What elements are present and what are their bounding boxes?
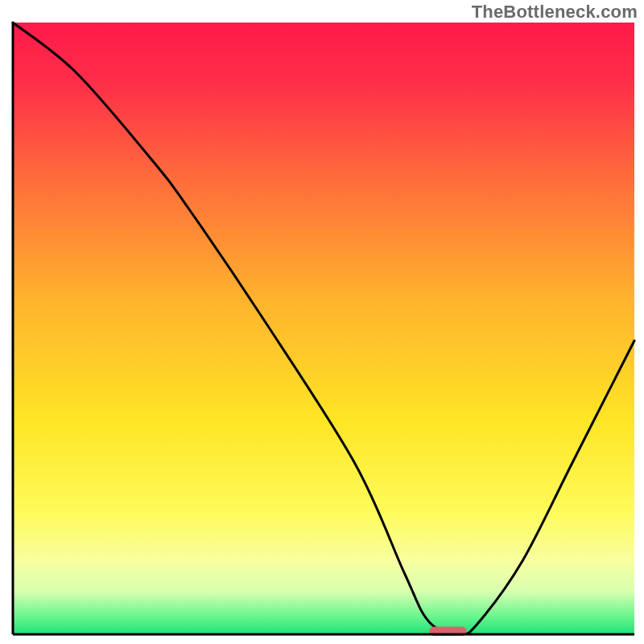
chart-canvas	[0, 0, 644, 644]
bottleneck-chart: TheBottleneck.com	[0, 0, 644, 644]
chart-background	[13, 23, 634, 634]
